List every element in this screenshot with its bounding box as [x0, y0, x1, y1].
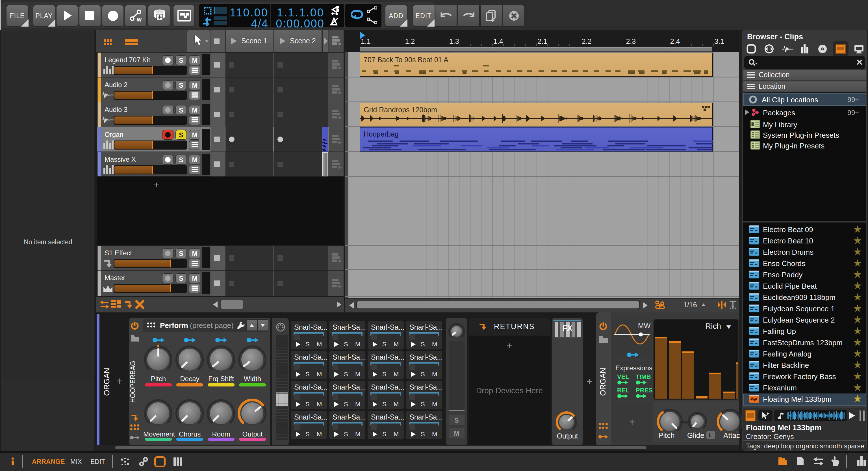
- svg-text:w: w: [136, 16, 142, 23]
